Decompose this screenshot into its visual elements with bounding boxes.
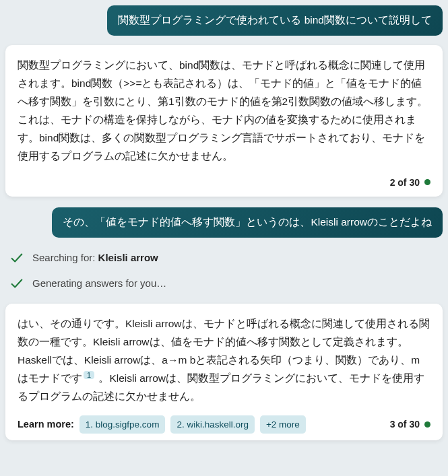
user-text: 関数型プログラミングで使われている bind関数について説明して <box>118 14 432 26</box>
assistant-message: はい、その通りです。Kleisli arrowは、モナドと呼ばれる概念に関連して… <box>5 304 443 440</box>
citation-badge[interactable]: 1 <box>84 371 94 379</box>
assistant-footer: Learn more: 1. blog.sigfpe.com 2. wiki.h… <box>18 415 430 434</box>
user-message: その、「値をモナド的値へ移す関数」というのは、Kleisli arrowのことだ… <box>5 207 443 238</box>
assistant-message: 関数型プログラミングにおいて、bind関数は、モナドと呼ばれる概念に関連して使用… <box>5 45 443 197</box>
source-chip-more[interactable]: +2 more <box>260 415 306 434</box>
learn-more-label: Learn more: <box>18 417 74 432</box>
source-chip[interactable]: 1. blog.sigfpe.com <box>79 415 166 434</box>
assistant-text: はい、その通りです。Kleisli arrowは、モナドと呼ばれる概念に関連して… <box>18 314 430 406</box>
status-block: Searching for: Kleisli arrow Generating … <box>8 247 443 294</box>
searching-status: Searching for: Kleisli arrow <box>8 247 443 269</box>
turn-counter: 3 of 30 <box>390 417 430 432</box>
user-text: その、「値をモナド的値へ移す関数」というのは、Kleisli arrowのことだ… <box>63 216 432 228</box>
assistant-text: 関数型プログラミングにおいて、bind関数は、モナドと呼ばれる概念に関連して使用… <box>18 56 430 166</box>
generating-status: Generating answers for you… <box>8 273 443 294</box>
turn-counter: 2 of 30 <box>390 175 430 190</box>
user-message: 関数型プログラミングで使われている bind関数について説明して <box>5 5 443 36</box>
user-bubble: その、「値をモナド的値へ移す関数」というのは、Kleisli arrowのことだ… <box>52 207 443 238</box>
counter-text: 3 of 30 <box>390 417 420 432</box>
check-icon <box>9 276 24 291</box>
generating-text: Generating answers for you… <box>32 275 166 292</box>
search-prefix: Searching for: <box>32 252 98 263</box>
check-icon <box>9 250 24 265</box>
counter-text: 2 of 30 <box>390 175 420 190</box>
status-dot-icon <box>424 179 430 185</box>
searching-text: Searching for: Kleisli arrow <box>32 250 158 266</box>
assistant-footer: 2 of 30 <box>18 175 430 190</box>
user-bubble: 関数型プログラミングで使われている bind関数について説明して <box>107 5 443 36</box>
learn-more-row: Learn more: 1. blog.sigfpe.com 2. wiki.h… <box>18 415 306 434</box>
search-term: Kleisli arrow <box>98 252 158 263</box>
status-dot-icon <box>424 421 430 428</box>
source-chip[interactable]: 2. wiki.haskell.org <box>170 415 255 434</box>
